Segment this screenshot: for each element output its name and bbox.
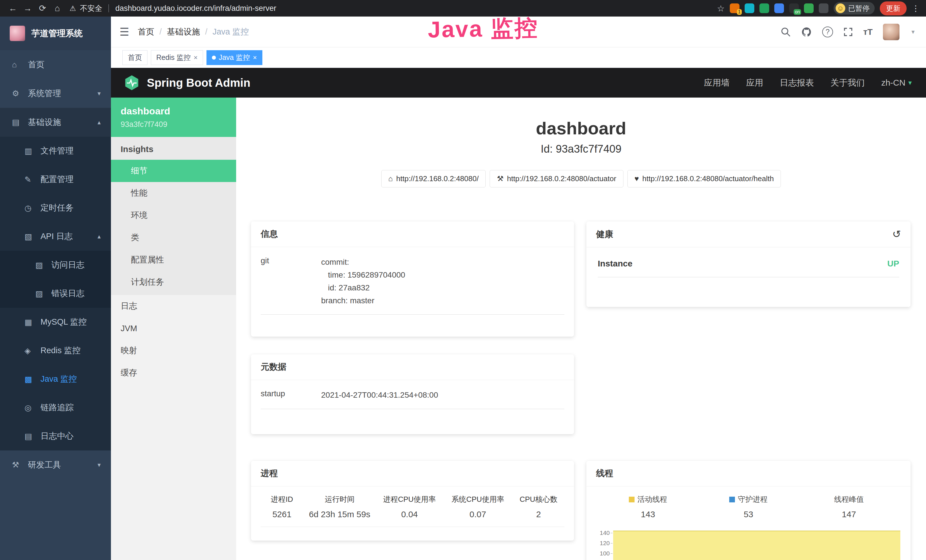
sidebar-item-system-management[interactable]: ⚙ 系统管理 ▾ xyxy=(0,79,111,108)
sidebar-item-infrastructure[interactable]: ▤ 基础设施 ▴ xyxy=(0,108,111,137)
nav-journal[interactable]: 日志报表 xyxy=(780,77,814,89)
sidebar-item-dev-tools[interactable]: ⚒ 研发工具 ▾ xyxy=(0,451,111,479)
actuator-link[interactable]: ⚒ http://192.168.0.2:48080/actuator xyxy=(490,170,623,188)
sba-brand-title[interactable]: Spring Boot Admin xyxy=(147,76,250,89)
sidebar-item-access-logs[interactable]: ▨ 访问日志 xyxy=(0,251,111,279)
breadcrumb-home[interactable]: 首页 xyxy=(138,26,154,38)
link-label: http://192.168.0.2:48080/ xyxy=(396,174,478,183)
infrastructure-icon: ▤ xyxy=(12,118,28,127)
browser-home-button[interactable]: ⌂ xyxy=(51,0,64,17)
sba-item-scheduled-tasks[interactable]: 计划任务 xyxy=(111,271,236,293)
tab-home[interactable]: 首页 xyxy=(123,50,147,65)
tab-label: Java 监控 xyxy=(219,53,250,62)
sba-item-jvm[interactable]: JVM xyxy=(111,317,236,339)
address-separator xyxy=(108,4,109,12)
instance-name: dashboard xyxy=(121,106,227,117)
history-icon[interactable]: ↺ xyxy=(892,228,901,240)
sba-item-mappings[interactable]: 映射 xyxy=(111,339,236,362)
browser-back-button[interactable]: ← xyxy=(6,0,20,17)
sba-item-classes[interactable]: 类 xyxy=(111,227,236,249)
threads-card-title: 线程 xyxy=(596,468,613,479)
instance-header[interactable]: dashboard 93a3fc7f7409 xyxy=(111,98,236,137)
sba-item-details[interactable]: 细节 xyxy=(111,160,236,182)
sidebar-item-trace[interactable]: ◎ 链路追踪 xyxy=(0,394,111,422)
chevron-down-icon[interactable]: ▾ xyxy=(911,28,915,36)
fullscreen-icon[interactable] xyxy=(843,27,853,37)
browser-update-button[interactable]: 更新 xyxy=(880,2,906,15)
not-secure-warning-icon: ⚠ xyxy=(70,4,76,12)
nav-about[interactable]: 关于我们 xyxy=(831,77,865,89)
sidebar-item-label: 错误日志 xyxy=(51,288,85,299)
redis-icon: ◈ xyxy=(24,346,41,356)
sidebar-item-redis-monitor[interactable]: ◈ Redis 监控 xyxy=(0,336,111,365)
devtools-icon: ⚒ xyxy=(12,460,28,469)
system-cpu-value: 0.07 xyxy=(443,510,513,519)
extension-icon-7[interactable] xyxy=(819,3,828,13)
chevron-down-icon: ▾ xyxy=(908,79,912,87)
sba-item-environment[interactable]: 环境 xyxy=(111,204,236,227)
sidebar-item-api-logs[interactable]: ▧ API 日志 ▴ xyxy=(0,222,111,251)
bookmark-star-icon[interactable]: ☆ xyxy=(717,3,725,14)
health-link[interactable]: ♥ http://192.168.0.2:48080/actuator/heal… xyxy=(627,170,781,188)
logo-avatar xyxy=(10,26,25,41)
sba-item-config-properties[interactable]: 配置属性 xyxy=(111,249,236,271)
browser-forward-button[interactable]: → xyxy=(21,0,34,17)
close-icon[interactable]: × xyxy=(194,54,198,62)
extension-icon-6[interactable] xyxy=(804,3,814,13)
git-info-row: git commit: time: 1596289704000 id: 27aa… xyxy=(261,256,564,315)
language-selector[interactable]: zh-CN ▾ xyxy=(881,78,912,88)
threads-card: 线程 活动线程 143 xyxy=(586,461,911,560)
sidebar-item-mysql-monitor[interactable]: ▦ MySQL 监控 xyxy=(0,308,111,336)
sidebar-item-java-monitor[interactable]: ▩ Java 监控 xyxy=(0,365,111,394)
tab-java-monitor[interactable]: Java 监控 × xyxy=(206,50,262,65)
sba-item-caches[interactable]: 缓存 xyxy=(111,362,236,384)
sidebar-item-file-management[interactable]: ▥ 文件管理 xyxy=(0,137,111,165)
threads-legend: 活动线程 143 守护进程 53 xyxy=(598,494,899,519)
sba-body: dashboard 93a3fc7f7409 Insights 细节 性能 环境… xyxy=(111,98,926,560)
metadata-card: 元数据 startup 2021-04-27T00:44:31.254+08:0… xyxy=(251,354,574,434)
sba-item-performance[interactable]: 性能 xyxy=(111,182,236,204)
browser-refresh-button[interactable]: ⟳ xyxy=(36,0,49,17)
address-bar[interactable]: ⚠ 不安全 dashboard.yudao.iocoder.cn/infra/a… xyxy=(70,3,715,14)
hamburger-icon[interactable]: ☰ xyxy=(120,26,129,38)
search-icon[interactable] xyxy=(781,27,791,37)
instance-home-link[interactable]: ⌂ http://192.168.0.2:48080/ xyxy=(381,170,486,188)
sidebar-item-home[interactable]: ⌂ 首页 xyxy=(0,50,111,79)
nav-applications[interactable]: 应用 xyxy=(746,77,763,89)
metadata-row: startup 2021-04-27T00:44:31.254+08:00 xyxy=(261,389,564,409)
nav-wallboard[interactable]: 应用墙 xyxy=(704,77,729,89)
profile-paused-chip[interactable]: ☺ 已暂停 xyxy=(834,2,875,15)
java-monitor-icon: ▩ xyxy=(24,375,41,384)
sidebar-item-label: 文件管理 xyxy=(41,145,74,157)
process-cpu-value: 0.04 xyxy=(376,510,443,519)
legend-swatch-yellow xyxy=(629,496,634,502)
sidebar-item-log-center[interactable]: ▤ 日志中心 xyxy=(0,422,111,451)
sba-item-loggers[interactable]: 日志 xyxy=(111,295,236,317)
sidebar-item-config-management[interactable]: ✎ 配置管理 xyxy=(0,165,111,194)
tab-redis-monitor[interactable]: Redis 监控 × xyxy=(151,50,203,65)
mysql-icon: ▦ xyxy=(24,318,41,327)
sidebar-item-label: 定时任务 xyxy=(41,202,74,214)
github-icon[interactable] xyxy=(801,27,812,37)
sidebar-item-scheduled-tasks[interactable]: ◷ 定时任务 xyxy=(0,194,111,222)
browser-menu-icon[interactable]: ⋮ xyxy=(912,4,920,13)
extension-icon-3[interactable] xyxy=(760,3,769,13)
help-icon[interactable]: ? xyxy=(822,27,833,37)
app-logo[interactable]: 芋道管理系统 xyxy=(0,17,111,50)
extension-icon-4[interactable] xyxy=(774,3,784,13)
breadcrumb-infrastructure[interactable]: 基础设施 xyxy=(167,26,200,38)
git-id: id: 27aa832 xyxy=(321,281,405,294)
extension-icon-5[interactable]: on xyxy=(789,3,799,13)
extension-icon-2[interactable] xyxy=(744,3,754,13)
process-table-headers: 进程ID 运行时间 进程CPU使用率 系统CPU使用率 CPU核心数 xyxy=(261,494,564,504)
info-card-title: 信息 xyxy=(261,228,278,240)
close-icon[interactable]: × xyxy=(253,54,257,62)
status-badge: UP xyxy=(887,259,899,268)
sidebar-item-label: 日志中心 xyxy=(41,430,74,442)
user-avatar[interactable] xyxy=(883,24,899,40)
cpu-cores-value: 2 xyxy=(513,510,564,519)
sidebar-item-error-logs[interactable]: ▨ 错误日志 xyxy=(0,279,111,308)
font-size-icon[interactable]: тT xyxy=(863,27,873,37)
extension-icon-1[interactable]: 1 xyxy=(730,3,740,13)
sba-sidebar: dashboard 93a3fc7f7409 Insights 细节 性能 环境… xyxy=(111,98,236,560)
